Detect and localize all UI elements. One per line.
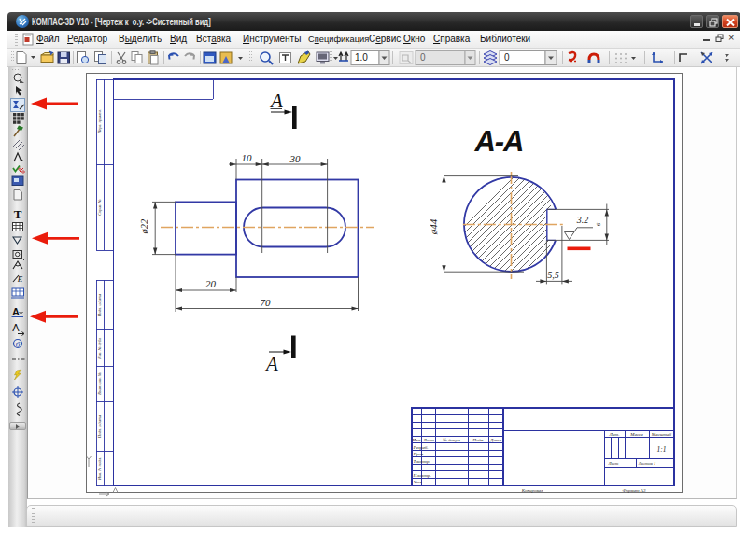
svg-text:30: 30 — [289, 153, 302, 164]
svg-text:A-A: A-A — [474, 125, 525, 158]
svg-text:Масса: Масса — [629, 432, 643, 437]
svg-text:ø22: ø22 — [139, 218, 149, 235]
svg-text:Лист: Лист — [608, 461, 619, 466]
svg-text:10: 10 — [242, 152, 253, 163]
svg-text:Инв. № дубл.: Инв. № дубл. — [97, 337, 102, 359]
svg-text:Н.контр.: Н.контр. — [413, 473, 431, 478]
svg-text:Т.контр.: Т.контр. — [414, 459, 430, 464]
svg-text:ø44: ø44 — [428, 218, 439, 235]
svg-text:Пров.: Пров. — [413, 452, 425, 456]
svg-text:Формат А3: Формат А3 — [623, 488, 646, 493]
svg-text:Перв. примен.: Перв. примен. — [97, 109, 102, 133]
svg-text:5,5: 5,5 — [547, 270, 559, 280]
svg-text:Копировал: Копировал — [521, 488, 543, 493]
svg-text:Разраб.: Разраб. — [413, 445, 429, 450]
svg-text:№ докум.: № докум. — [442, 438, 461, 442]
svg-text:Подп.: Подп. — [472, 438, 484, 442]
svg-text:70: 70 — [261, 297, 272, 308]
svg-text:Масштаб: Масштаб — [651, 432, 672, 437]
svg-text:Листов 1: Листов 1 — [638, 461, 656, 466]
svg-text:Взам. инв. №: Взам. инв. № — [97, 372, 102, 395]
svg-text:3.2: 3.2 — [576, 215, 589, 225]
svg-text:А: А — [264, 353, 278, 375]
svg-text:Изм.: Изм. — [412, 438, 422, 442]
svg-text:Подп. и дата: Подп. и дата — [97, 415, 102, 440]
svg-text:20: 20 — [205, 278, 217, 289]
svg-text:Справ. №: Справ. № — [97, 199, 102, 215]
svg-text:Утв.: Утв. — [414, 480, 423, 484]
svg-text:1:1: 1:1 — [657, 445, 667, 454]
svg-text:Дата: Дата — [489, 438, 501, 442]
svg-text:Подп. и дата: Подп. и дата — [97, 294, 102, 318]
svg-text:Лит.: Лит. — [609, 432, 620, 437]
svg-text:6: 6 — [595, 222, 602, 226]
svg-text:А: А — [269, 90, 283, 112]
svg-text:Инв. № подл.: Инв. № подл. — [97, 457, 102, 481]
svg-text:Лист: Лист — [422, 438, 434, 442]
